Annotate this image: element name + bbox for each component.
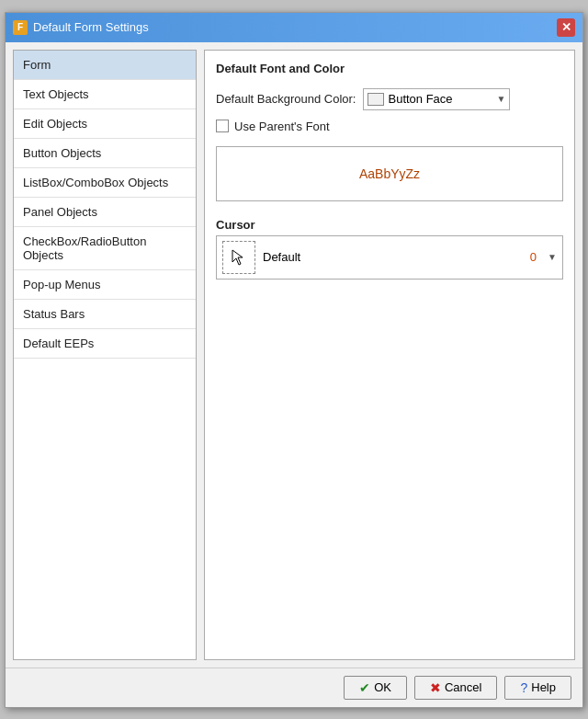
color-swatch xyxy=(368,93,384,106)
footer: ✔ OK ✖ Cancel ? Help xyxy=(6,668,582,707)
cursor-dropdown[interactable]: Default 0 ▼ xyxy=(216,235,563,280)
bg-color-dropdown[interactable]: Button Face ▼ xyxy=(363,88,510,110)
cursor-number: 0 xyxy=(530,250,537,264)
sidebar-item-default-eeps[interactable]: Default EEPs xyxy=(14,329,196,359)
cancel-button[interactable]: ✖ Cancel xyxy=(414,676,497,700)
ok-button[interactable]: ✔ OK xyxy=(344,676,407,700)
dialog-body: Form Text Objects Edit Objects Button Ob… xyxy=(6,42,582,668)
cursor-icon xyxy=(222,241,255,274)
bg-color-row: Default Background Color: Button Face ▼ xyxy=(216,88,563,110)
dialog-window: F Default Form Settings ✕ Form Text Obje… xyxy=(5,12,583,708)
dropdown-arrow-icon: ▼ xyxy=(497,94,506,104)
title-bar-left: F Default Form Settings xyxy=(13,20,149,35)
sidebar-item-text-objects[interactable]: Text Objects xyxy=(14,80,196,109)
sidebar-item-edit-objects[interactable]: Edit Objects xyxy=(14,109,196,139)
ok-icon: ✔ xyxy=(359,680,370,695)
sidebar-item-form[interactable]: Form xyxy=(14,51,196,80)
cursor-dropdown-arrow-icon: ▼ xyxy=(548,252,557,262)
main-content: Default Font and Color Default Backgroun… xyxy=(204,50,575,660)
dialog-title: Default Form Settings xyxy=(33,20,149,34)
cancel-icon: ✖ xyxy=(430,680,441,695)
bg-color-value: Button Face xyxy=(388,92,496,106)
sidebar-item-button-objects[interactable]: Button Objects xyxy=(14,139,196,168)
bg-color-label: Default Background Color: xyxy=(216,92,356,106)
cursor-section-title: Cursor xyxy=(216,218,563,232)
sidebar-item-popup-menus[interactable]: Pop-up Menus xyxy=(14,270,196,300)
use-parent-font-row: Use Parent's Font xyxy=(216,120,563,133)
dialog-icon: F xyxy=(13,20,28,35)
sidebar-item-status-bars[interactable]: Status Bars xyxy=(14,300,196,329)
use-parent-font-checkbox[interactable] xyxy=(216,120,229,132)
cursor-section: Cursor Default 0 ▼ xyxy=(216,218,563,280)
svg-marker-0 xyxy=(232,250,243,265)
sidebar-item-listbox-combobox[interactable]: ListBox/ComboBox Objects xyxy=(14,168,196,198)
sidebar-item-checkbox-radiobutton[interactable]: CheckBox/RadioButton Objects xyxy=(14,227,196,270)
close-button[interactable]: ✕ xyxy=(557,18,575,37)
help-icon: ? xyxy=(520,680,527,695)
font-preview-text: AaBbYyZz xyxy=(359,166,420,181)
font-color-section-title: Default Font and Color xyxy=(216,62,563,75)
cursor-value: Default xyxy=(263,250,523,264)
sidebar-item-panel-objects[interactable]: Panel Objects xyxy=(14,198,196,227)
cancel-label: Cancel xyxy=(445,680,481,694)
ok-label: OK xyxy=(374,680,391,694)
title-bar: F Default Form Settings ✕ xyxy=(6,13,582,42)
use-parent-font-label: Use Parent's Font xyxy=(234,120,330,133)
cursor-arrow-icon xyxy=(230,248,248,267)
sidebar: Form Text Objects Edit Objects Button Ob… xyxy=(13,50,197,660)
help-button[interactable]: ? Help xyxy=(504,676,571,700)
font-preview: AaBbYyZz xyxy=(216,146,563,201)
help-label: Help xyxy=(531,680,556,694)
